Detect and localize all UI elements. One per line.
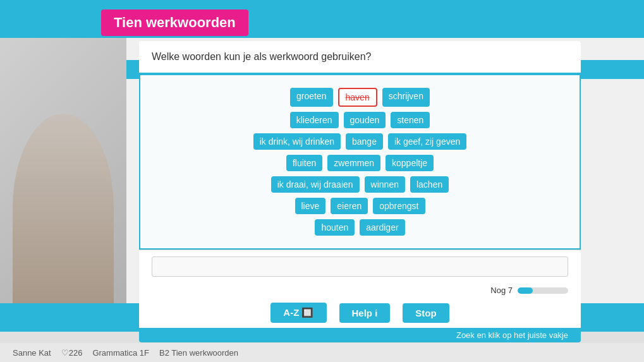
progress-bar-outer <box>518 287 568 294</box>
word-tag-houten[interactable]: houten <box>315 219 355 236</box>
word-tag-ik-drink[interactable]: ik drink, wij drinken <box>253 133 341 150</box>
word-tag-lieve[interactable]: lieve <box>295 198 326 214</box>
footer-subject: Grammatica 1F <box>92 348 149 358</box>
footer-score: ♡226 <box>61 348 83 358</box>
top-stripe <box>0 0 644 38</box>
person-photo <box>0 38 126 303</box>
word-tag-fluiten[interactable]: fluiten <box>286 155 322 171</box>
word-tag-eieren[interactable]: eieren <box>331 198 368 214</box>
answer-input-area <box>139 250 581 283</box>
footer: Sanne Kat ♡226 Grammatica 1F B2 Tien wer… <box>0 343 644 362</box>
word-tag-groeten[interactable]: groeten <box>290 88 332 107</box>
action-row: A-Z 🔲 Help i Stop <box>139 298 581 328</box>
question-area: Welke woorden kun je als werkwoord gebru… <box>139 41 581 74</box>
help-button[interactable]: Help i <box>339 303 391 323</box>
word-tag-aardiger[interactable]: aardiger <box>360 219 404 236</box>
word-tag-winnen[interactable]: winnen <box>365 176 405 193</box>
footer-lesson: B2 Tien werkwoorden <box>159 348 238 358</box>
word-tag-lachen[interactable]: lachen <box>410 176 449 193</box>
words-area: groetenhavenschrijvenkliederengoudensten… <box>139 74 581 250</box>
word-tag-ik-geef[interactable]: ik geef, zij geven <box>388 133 466 150</box>
word-tag-zwemmen[interactable]: zwemmen <box>327 155 380 171</box>
question-text: Welke woorden kun je als werkwoord gebru… <box>152 51 371 62</box>
word-tag-schrijven[interactable]: schrijven <box>382 88 430 107</box>
stop-button[interactable]: Stop <box>403 303 449 323</box>
answer-input[interactable] <box>152 256 568 277</box>
progress-bar-inner <box>518 287 533 294</box>
hint-text: Zoek en klik op het juiste vakje <box>456 330 568 340</box>
nog-label: Nog 7 <box>490 286 513 295</box>
word-tag-bange[interactable]: bange <box>346 133 383 150</box>
word-tag-stenen[interactable]: stenen <box>391 112 430 128</box>
word-tag-opbrengst[interactable]: opbrengst <box>373 198 425 214</box>
az-button[interactable]: A-Z 🔲 <box>270 303 326 323</box>
word-tag-koppeltje[interactable]: koppeltje <box>386 155 434 171</box>
word-tag-haven[interactable]: haven <box>338 88 377 107</box>
main-card: Welke woorden kun je als werkwoord gebru… <box>139 41 581 340</box>
footer-user: Sanne Kat <box>13 348 51 358</box>
word-tag-kliederen[interactable]: kliederen <box>290 112 339 128</box>
title-badge: Tien werkwoorden <box>101 9 248 36</box>
word-tag-ik-draai[interactable]: ik draai, wij draaien <box>271 176 360 193</box>
progress-row: Nog 7 <box>139 283 581 298</box>
word-tag-gouden[interactable]: gouden <box>344 112 386 128</box>
hint-row: Zoek en klik op het juiste vakje <box>139 328 581 342</box>
